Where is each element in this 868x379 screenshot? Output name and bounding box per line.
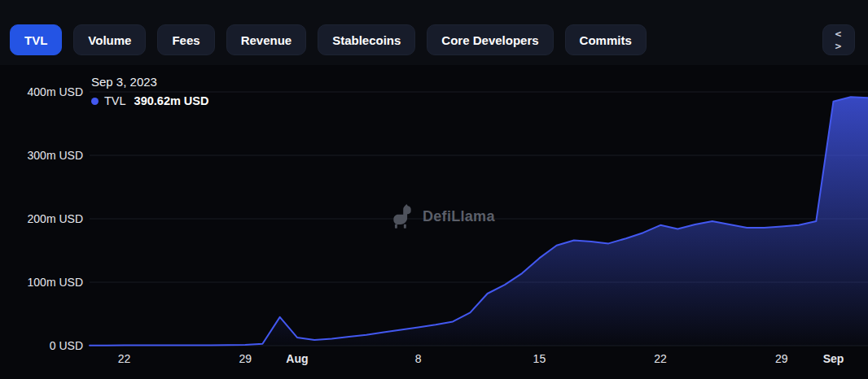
metric-tabs: TVLVolumeFeesRevenueStablecoinsCore Deve… (0, 0, 868, 55)
tooltip-series-row: TVL 390.62m USD (91, 94, 208, 107)
chart-tooltip: Sep 3, 2023 TVL 390.62m USD (91, 75, 208, 107)
y-axis-label: 0 USD (0, 338, 83, 353)
tab-revenue[interactable]: Revenue (226, 24, 307, 55)
tvl-chart-area: 0 USD100m USD200m USD300m USD400m USD 22… (0, 65, 868, 379)
x-axis-label: 29 (775, 352, 788, 365)
tab-volume[interactable]: Volume (73, 24, 146, 55)
x-axis-label: 22 (118, 352, 131, 365)
y-axis-label: 400m USD (0, 85, 83, 99)
defillama-watermark: DefiLlama (389, 203, 495, 229)
y-axis-label: 300m USD (0, 148, 83, 163)
defillama-chart-page: TVLVolumeFeesRevenueStablecoinsCore Deve… (0, 0, 868, 379)
metric-tabbar: TVLVolumeFeesRevenueStablecoinsCore Deve… (0, 0, 868, 65)
x-axis-label: 29 (239, 352, 252, 365)
tab-fees[interactable]: Fees (157, 24, 214, 55)
y-axis-label: 200m USD (0, 211, 83, 226)
tab-commits[interactable]: Commits (565, 24, 647, 55)
tab-tvl[interactable]: TVL (10, 24, 62, 55)
tab-stablecoins[interactable]: Stablecoins (318, 24, 415, 55)
x-axis-label: Aug (286, 352, 308, 365)
llama-logo-icon (389, 203, 415, 229)
series-dot-icon (91, 98, 99, 105)
embed-chart-button[interactable]: < > (822, 24, 855, 55)
tooltip-date: Sep 3, 2023 (91, 75, 208, 89)
code-icon: < > (835, 28, 843, 52)
tooltip-series-name: TVL (104, 94, 126, 107)
x-axis-label: 22 (654, 352, 667, 365)
watermark-text: DefiLlama (423, 208, 495, 225)
x-axis-label: 15 (533, 352, 546, 365)
x-axis-label: Sep (823, 352, 844, 365)
x-axis-label: 8 (415, 352, 422, 365)
tooltip-value: 390.62m USD (134, 94, 209, 107)
y-axis-label: 100m USD (0, 275, 83, 290)
tab-core-developers[interactable]: Core Developers (427, 24, 553, 55)
